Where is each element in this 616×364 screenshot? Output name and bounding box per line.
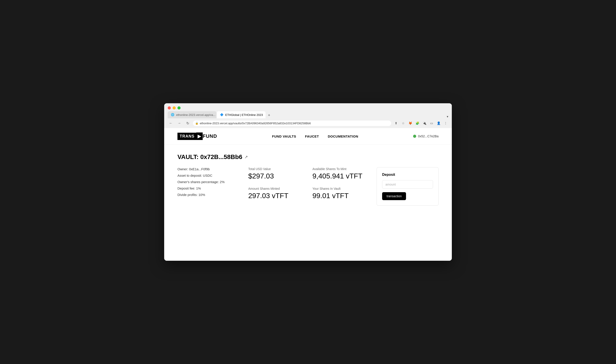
close-button[interactable] [168,106,171,109]
transaction-button[interactable]: transaction [382,192,406,200]
address-bar[interactable]: 🔒 ethonline-2023.vercel.app/vaults/0x72B… [193,120,391,126]
logo-fund: FUND [203,133,217,139]
available-shares-value: 9,405.941 vTFT [312,172,376,180]
lock-icon: 🔒 [195,122,199,125]
total-usd-block: Total USD Value $297.03 [248,167,312,180]
browser-chrome: 🌐 ethonline-2023.vercel.app/va... ✕ 🔷 ET… [164,103,452,128]
address-text: ethonline-2023.vercel.app/vaults/0x72BA0… [200,122,311,125]
total-usd-label: Total USD Value [248,167,312,171]
tab-bar: 🌐 ethonline-2023.vercel.app/va... ✕ 🔷 ET… [164,109,452,118]
vault-owner: Owner: 0xE1a...F0f9b [177,167,248,171]
navbar: TRANS ▶ FUND FUND VAULTS FAUCET DOCUMENT… [164,128,452,145]
tab-favicon-2: 🔷 [220,113,224,117]
more-options-icon[interactable]: ⋮ [443,120,448,126]
total-usd-value: $297.03 [248,172,312,180]
app-content: TRANS ▶ FUND FUND VAULTS FAUCET DOCUMENT… [164,128,452,261]
bookmark-icon[interactable]: ☆ [401,120,406,126]
vault-grid: Owner: 0xE1a...F0f9b Asset to deposit: U… [177,167,439,206]
tab-close-2[interactable]: ✕ [265,113,266,117]
tab-favicon-1: 🌐 [171,113,174,117]
your-shares-block: Your Shares In Vault 99.01 vTFT [312,187,376,200]
wallet-status-dot [413,135,416,138]
stats-shares: Available Shares To Mint 9,405.941 vTFT … [312,167,376,200]
back-button[interactable]: ← [168,120,174,126]
browser-window: 🌐 ethonline-2023.vercel.app/va... ✕ 🔷 ET… [164,103,452,261]
vault-deposit-fee: Deposit fee: 1% [177,186,248,190]
wallet-indicator[interactable]: 0x52...C7e2Ba [413,134,439,138]
nav-documentation[interactable]: DOCUMENTATION [328,134,358,138]
stats-total-usd: Total USD Value $297.03 Amount Shares Mi… [248,167,312,200]
nav-faucet[interactable]: FAUCET [305,134,319,138]
new-tab-button[interactable]: + [266,112,272,118]
forward-button[interactable]: → [176,120,182,126]
amount-shares-block: Amount Shares Minted 297.03 vTFT [248,187,312,200]
puzzle-icon[interactable]: 🧩 [415,120,420,126]
profile-icon[interactable]: 👤 [436,120,441,126]
logo: TRANS ▶ FUND [177,132,217,140]
vault-title-row: VAULT: 0x72B...58Bb6 ↗ [177,154,439,161]
logo-arrow: ▶ [196,132,203,140]
logo-trans: TRANS [177,133,197,140]
deposit-card: Deposit transaction [376,167,439,206]
external-link-icon[interactable]: ↗ [244,155,248,159]
vault-asset: Asset to deposit: USDC [177,174,248,177]
tab-label-1: ethonline-2023.vercel.app/va... [176,113,215,117]
vault-info: Owner: 0xE1a...F0f9b Asset to deposit: U… [177,167,248,197]
sidebar-toggle-icon[interactable]: ▭ [429,120,434,126]
wallet-address: 0x52...C7e2Ba [418,134,439,138]
nav-links: FUND VAULTS FAUCET DOCUMENTATION [272,134,358,138]
vault-divide-profits: Divide profits: 10% [177,193,248,197]
vault-title: VAULT: 0x72B...58Bb6 [177,154,242,161]
tab-overflow-chevron[interactable]: ▾ [447,115,448,118]
maximize-button[interactable] [177,106,181,109]
minimize-button[interactable] [173,106,176,109]
extensions-icon[interactable]: 🔌 [422,120,427,126]
tab-1[interactable]: 🌐 ethonline-2023.vercel.app/va... ✕ [168,111,216,118]
your-shares-label: Your Shares In Vault [312,187,376,190]
main-content: VAULT: 0x72B...58Bb6 ↗ Owner: 0xE1a...F0… [164,145,452,215]
share-icon[interactable]: ⬆ [393,120,399,126]
metamask-icon[interactable]: 🦊 [408,120,413,126]
deposit-amount-input[interactable] [382,180,433,189]
amount-shares-value: 297.03 vTFT [248,192,312,200]
your-shares-value: 99.01 vTFT [312,192,376,200]
vault-shares-pct: Owner's shares percentage: 2% [177,180,248,184]
tab-label-2: ETHGlobal | ETHOnline 2023 [225,113,263,117]
available-shares-block: Available Shares To Mint 9,405.941 vTFT [312,167,376,180]
address-bar-row: ← → ↻ 🔒 ethonline-2023.vercel.app/vaults… [164,118,452,128]
toolbar-icons: ⬆ ☆ 🦊 🧩 🔌 ▭ 👤 ⋮ [393,120,448,126]
deposit-title: Deposit [382,173,433,177]
amount-shares-label: Amount Shares Minted [248,187,312,190]
reload-button[interactable]: ↻ [185,120,191,126]
nav-fund-vaults[interactable]: FUND VAULTS [272,134,296,138]
traffic-lights [164,103,452,109]
available-shares-label: Available Shares To Mint [312,167,376,171]
tab-2[interactable]: 🔷 ETHGlobal | ETHOnline 2023 ✕ [217,111,266,118]
